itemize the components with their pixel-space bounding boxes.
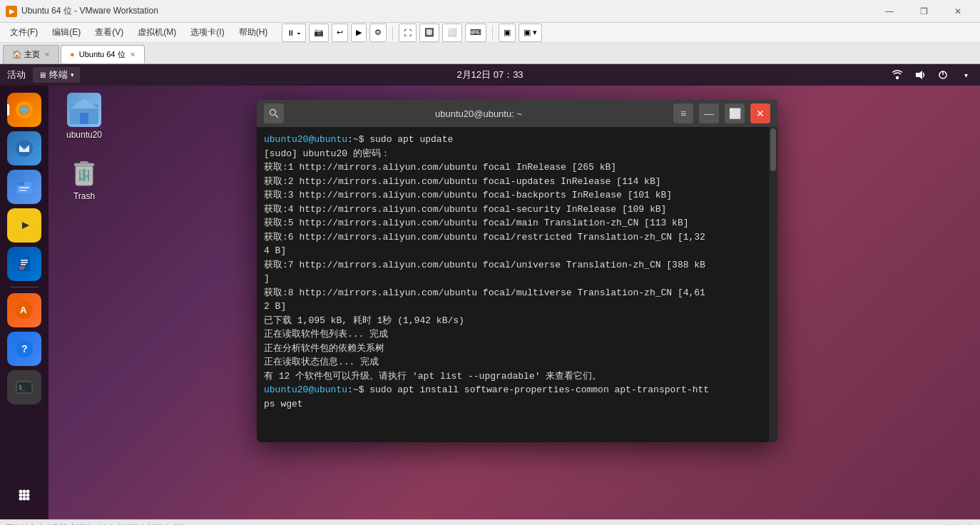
maximize-button[interactable]: ❐ xyxy=(907,0,940,23)
dock-help[interactable]: ? xyxy=(7,332,41,366)
toolbar-snap[interactable]: 📷 xyxy=(309,24,329,42)
tab-ubuntu[interactable]: ● Ubuntu 64 位 ✕ xyxy=(61,45,144,63)
svg-rect-14 xyxy=(21,260,28,261)
svg-text:A: A xyxy=(20,305,27,315)
svg-text:?: ? xyxy=(21,343,28,355)
vmware-menubar: 文件(F) 编辑(E) 查看(V) 虚拟机(M) 选项卡(I) 帮助(H) ⏸ … xyxy=(0,23,980,43)
toolbar-pause[interactable]: ⏸ ▾ xyxy=(282,24,306,42)
close-button[interactable]: ✕ xyxy=(941,0,974,23)
terminal-line-5: 获取:3 http://mirrors.aliyun.com/ubuntu fo… xyxy=(264,188,762,203)
menu-edit[interactable]: 编辑(E) xyxy=(45,24,88,41)
tab-home[interactable]: 🏠 主页 ✕ xyxy=(3,45,59,63)
menu-tabs[interactable]: 选项卡(I) xyxy=(183,24,231,41)
toolbar-settings[interactable]: ⚙ xyxy=(369,24,387,42)
svg-rect-9 xyxy=(19,187,29,188)
desktop-icon-ubuntu20[interactable]: ubuntu20 xyxy=(56,93,113,140)
menu-help[interactable]: 帮助(H) xyxy=(232,24,275,41)
activities-button[interactable]: 活动 xyxy=(7,68,26,81)
terminal-menu-btn[interactable]: ≡ xyxy=(673,103,693,123)
terminal-line-1: ubuntu20@ubuntu:~$ sudo apt update xyxy=(264,133,762,147)
svg-point-24 xyxy=(19,490,23,494)
toolbar-revert[interactable]: ↩ xyxy=(332,24,348,42)
vmware-titlebar: ▶ Ubuntu 64 位 - VMware Workstation — ❐ ✕ xyxy=(0,0,980,23)
network-icon[interactable] xyxy=(890,68,904,82)
scrollbar-thumb[interactable] xyxy=(770,128,776,171)
dock-rhythmbox[interactable] xyxy=(7,208,41,243)
desktop-icon-trash[interactable]: Trash xyxy=(56,154,113,201)
terminal-line-16: ubuntu20@ubuntu:~$ sudo apt install soft… xyxy=(264,383,762,397)
menu-file[interactable]: 文件(F) xyxy=(3,24,45,41)
terminal-line-8: 获取:6 http://mirrors.aliyun.com/ubuntu fo… xyxy=(264,230,762,245)
menu-vm[interactable]: 虚拟机(M) xyxy=(131,24,183,41)
terminal-window: ubuntu20@ubuntu: ~ ≡ — ⬜ ✕ ubuntu20@ubun… xyxy=(257,100,777,442)
terminal-maximize-btn[interactable]: ⬜ xyxy=(725,103,745,123)
terminal-body: ubuntu20@ubuntu:~$ sudo apt update [sudo… xyxy=(257,127,777,442)
svg-point-26 xyxy=(26,490,30,494)
terminal-line-14: 正在读取状态信息... 完成 xyxy=(264,355,762,369)
svg-rect-37 xyxy=(80,161,88,164)
dock-thunderbird[interactable] xyxy=(7,131,41,165)
terminal-menu-label: 终端 xyxy=(49,68,68,81)
trash-icon-label: Trash xyxy=(73,191,95,201)
window-controls: — ❐ ✕ xyxy=(873,0,974,23)
toolbar-fullscreen[interactable]: ⛶ xyxy=(399,24,417,42)
power-icon[interactable] xyxy=(936,68,950,82)
toolbar-window2[interactable]: ⬜ xyxy=(442,24,462,42)
terminal-line-3: 获取:1 http://mirrors.aliyun.com/ubuntu fo… xyxy=(264,160,762,175)
dock-files[interactable] xyxy=(7,170,41,204)
vmware-statusbar: 要将输入定向到该虚拟机，请在虚拟机内部单击或按 Ctrl+G。 CSDN @帅小… xyxy=(0,519,980,525)
tab-home-close[interactable]: ✕ xyxy=(44,51,50,58)
dock-appstore[interactable]: A xyxy=(7,293,41,327)
panel-clock[interactable]: 2月12日 07：33 xyxy=(456,68,523,81)
svg-rect-0 xyxy=(896,76,899,79)
dock-separator xyxy=(10,287,39,287)
terminal-line-12: 正在读取软件包列表... 完成 xyxy=(264,327,762,342)
desktop-icons: ubuntu20 xyxy=(49,86,120,223)
terminal-title: ubuntu20@ubuntu: ~ xyxy=(290,108,668,119)
tab-ubuntu-close[interactable]: ✕ xyxy=(130,51,136,58)
terminal-search-button[interactable] xyxy=(264,103,284,123)
tab-ubuntu-label: Ubuntu 64 位 xyxy=(79,49,126,60)
dock-writer[interactable]: W xyxy=(7,247,41,281)
svg-text:$_: $_ xyxy=(19,384,26,391)
terminal-line-11: 已下载 1,095 kB, 耗时 1秒 (1,942 kB/s) xyxy=(264,314,762,328)
sound-icon[interactable] xyxy=(913,68,927,82)
menu-view[interactable]: 查看(V) xyxy=(88,24,131,41)
terminal-titlebar: ubuntu20@ubuntu: ~ ≡ — ⬜ ✕ xyxy=(257,100,777,127)
dock-firefox[interactable] xyxy=(7,93,41,127)
terminal-scrollbar[interactable] xyxy=(769,127,777,442)
terminal-menu-icon: 🖥 xyxy=(39,71,46,79)
terminal-line-10b: 2 B] xyxy=(264,300,762,314)
panel-arrow-down[interactable]: ▾ xyxy=(959,68,973,82)
toolbar-unity[interactable]: 🔲 xyxy=(419,24,439,42)
dock-apps-grid[interactable] xyxy=(7,478,41,512)
terminal-menu-arrow: ▾ xyxy=(71,71,74,78)
terminal-line-9b: ] xyxy=(264,272,762,286)
toolbar-terminal[interactable]: ▣ xyxy=(499,24,516,42)
minimize-button[interactable]: — xyxy=(873,0,906,23)
terminal-line-6: 获取:4 http://mirrors.aliyun.com/ubuntu fo… xyxy=(264,203,762,217)
terminal-content[interactable]: ubuntu20@ubuntu:~$ sudo apt update [sudo… xyxy=(257,127,769,442)
terminal-menu-button[interactable]: 🖥 终端 ▾ xyxy=(33,67,80,83)
terminal-line-10: 获取:8 http://mirrors.aliyun.com/ubuntu fo… xyxy=(264,286,762,300)
panel-right: ▾ xyxy=(890,68,973,82)
toolbar-send-ctrl-alt[interactable]: ⌨ xyxy=(465,24,486,42)
terminal-close-btn[interactable]: ✕ xyxy=(750,103,770,123)
terminal-line-4: 获取:2 http://mirrors.aliyun.com/ubuntu fo… xyxy=(264,175,762,189)
vmware-tabbar: 🏠 主页 ✕ ● Ubuntu 64 位 ✕ xyxy=(0,43,980,64)
panel-left: 活动 🖥 终端 ▾ xyxy=(7,67,80,83)
svg-marker-1 xyxy=(916,71,922,79)
terminal-line-8b: 4 B] xyxy=(264,244,762,258)
toolbar-more[interactable]: ▣ ▾ xyxy=(519,24,542,42)
svg-point-32 xyxy=(26,497,30,501)
svg-point-28 xyxy=(23,494,26,497)
svg-text:W: W xyxy=(19,265,25,271)
svg-point-27 xyxy=(19,494,23,497)
ubuntu20-icon-label: ubuntu20 xyxy=(66,130,102,140)
terminal-line-7: 获取:5 http://mirrors.aliyun.com/ubuntu fo… xyxy=(264,216,762,230)
trash-can-icon xyxy=(67,154,101,188)
dock-terminal[interactable]: $_ xyxy=(7,370,41,404)
terminal-minimize-btn[interactable]: — xyxy=(699,103,719,123)
vmware-title: Ubuntu 64 位 - VMware Workstation xyxy=(21,5,873,17)
toolbar-replay[interactable]: ▶ xyxy=(351,24,367,42)
